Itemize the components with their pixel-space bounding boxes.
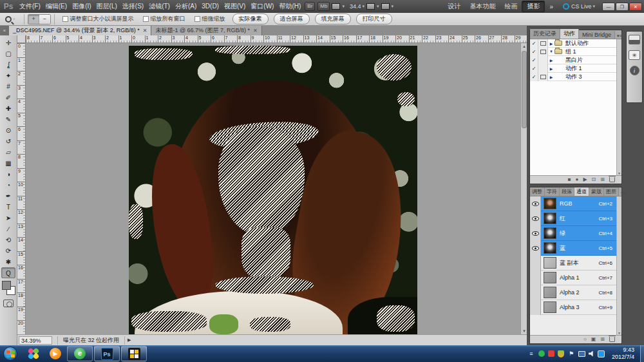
workspace-overflow-chevron[interactable]: »	[545, 3, 558, 11]
show-hidden-icons-button[interactable]: ≡	[527, 350, 535, 357]
blur-tool[interactable]: ◑	[1, 169, 15, 180]
modal-control-toggle[interactable]	[538, 56, 548, 64]
zoom-action-button[interactable]: 打印尺寸	[356, 14, 392, 24]
option-checkbox[interactable]: 缩放所有窗口	[143, 15, 185, 23]
channel-row-alpha3[interactable]: Alpha 3 Ctrl+9	[530, 300, 616, 315]
expand-arrow-icon[interactable]: ▶	[548, 66, 554, 71]
info-panel-icon[interactable]: i	[630, 66, 639, 75]
scrollbar-thumb[interactable]	[522, 51, 527, 128]
menu-item[interactable]: 图像(I)	[70, 0, 93, 13]
foreground-color-swatch[interactable]	[2, 281, 11, 290]
photo-canvas[interactable]	[129, 46, 417, 334]
modal-control-toggle[interactable]	[538, 39, 548, 48]
volume-icon[interactable]	[589, 351, 594, 357]
workspace-essentials[interactable]: 基本功能	[465, 1, 500, 12]
quick-mask-button[interactable]	[3, 300, 14, 307]
zoom-tool[interactable]: Q	[1, 267, 15, 278]
taskbar-browser-button[interactable]: e	[67, 346, 93, 361]
taskbar-pinned-media-icon[interactable]: ▶	[46, 346, 65, 361]
hand-tool[interactable]: ✱	[1, 256, 15, 267]
visibility-toggle[interactable]	[530, 285, 541, 300]
visibility-toggle[interactable]	[530, 256, 541, 271]
option-checkbox[interactable]: 调整窗口大小以满屏显示	[62, 15, 134, 23]
cs-live-button[interactable]: CS Live ▾	[563, 3, 596, 10]
taskbar-squares-app-button[interactable]	[121, 346, 147, 361]
action-set-default[interactable]: ✓ ▶ 默认动作	[530, 39, 616, 48]
stop-recording-button[interactable]: ■	[568, 176, 571, 183]
channel-row-alpha1[interactable]: Alpha 1 Ctrl+7	[530, 271, 616, 285]
modal-control-toggle[interactable]	[538, 64, 548, 73]
taskbar-photoshop-button[interactable]: Ps	[94, 346, 120, 361]
tab-scroll-icon[interactable]: «	[0, 26, 9, 35]
navigator-panel-icon[interactable]	[629, 35, 640, 44]
menu-item[interactable]: 滤镜(T)	[146, 0, 173, 13]
tab-paragraph[interactable]: 段落	[560, 187, 574, 196]
action-1[interactable]: ✓ ▶ 动作 1	[530, 64, 616, 73]
canvas-viewport[interactable]	[26, 43, 520, 334]
zoom-level-control[interactable]: 34.4	[350, 3, 361, 10]
dodge-tool[interactable]: ◔	[1, 180, 15, 191]
begin-recording-button[interactable]: ●	[576, 176, 579, 183]
load-selection-button[interactable]: ○	[583, 336, 587, 343]
brush-tool[interactable]: ✎	[1, 114, 15, 125]
taskbar-pinned-app-icon[interactable]	[24, 346, 43, 361]
tab-character[interactable]: 字符	[545, 187, 560, 196]
line-tool[interactable]: ∕	[1, 224, 15, 234]
lasso-tool[interactable]: ʆ	[1, 59, 15, 70]
panel-menu-icon[interactable]: ▾≡	[619, 191, 628, 196]
arrange-documents-icon[interactable]	[366, 3, 375, 10]
option-checkbox[interactable]: 细微缩放	[194, 15, 225, 23]
taskbar-clock[interactable]: 9:43 2012/7/4	[612, 347, 634, 361]
doc-tab-untitled1[interactable]: 未标题-1 @ 66.7% (图层 7, RGB/8) * ✕	[151, 26, 261, 35]
ruler-origin-corner[interactable]	[17, 35, 26, 43]
tab-actions[interactable]: 动作	[560, 29, 579, 39]
menu-item[interactable]: 窗口(W)	[248, 0, 276, 13]
screen-mode-icon[interactable]	[381, 3, 390, 10]
tray-security-shield-icon[interactable]	[558, 350, 564, 357]
menu-item[interactable]: 3D(D)	[199, 0, 222, 13]
show-desktop-button[interactable]	[640, 345, 644, 362]
path-selection-tool[interactable]: ➤	[1, 213, 15, 224]
toggle-item-on-check[interactable]: ✓	[530, 56, 538, 64]
pen-tool[interactable]: ✒	[1, 191, 15, 202]
modal-control-toggle[interactable]	[538, 48, 548, 56]
play-action-button[interactable]: ▶	[583, 176, 587, 183]
workspace-photography[interactable]: 摄影	[522, 1, 545, 12]
orbit-3d-tool[interactable]: ⟳	[1, 245, 15, 256]
expand-arrow-icon[interactable]: ▶	[548, 75, 554, 79]
toggle-item-on-check[interactable]: ✓	[530, 64, 538, 73]
zoom-action-button[interactable]: 实际像素	[232, 14, 269, 24]
quick-selection-tool[interactable]: ✦	[1, 70, 15, 81]
toggle-item-on-check[interactable]: ✓	[530, 39, 538, 48]
menu-item[interactable]: 编辑(E)	[43, 0, 70, 13]
input-method-icon[interactable]	[598, 350, 605, 357]
adjustments-panel-icon[interactable]: ✳	[629, 50, 640, 60]
view-extras-dropdown-icon[interactable]: ▾	[342, 4, 345, 9]
visibility-toggle[interactable]	[530, 300, 541, 315]
channel-row-alpha2[interactable]: Alpha 2 Ctrl+8	[530, 285, 616, 300]
status-zoom-input[interactable]: 34.39%	[19, 336, 52, 345]
new-channel-button[interactable]: ⊞	[600, 336, 605, 343]
move-tool[interactable]: ✛	[1, 37, 15, 48]
history-brush-tool[interactable]: ↺	[1, 136, 15, 147]
tab-channels[interactable]: 通道	[574, 187, 589, 196]
toggle-item-on-check[interactable]: ✓	[530, 73, 538, 81]
delete-action-button[interactable]	[609, 177, 615, 182]
tab-adjustments[interactable]: 调整	[530, 187, 545, 196]
new-action-button[interactable]: ⊞	[600, 176, 605, 183]
menu-item[interactable]: 视图(V)	[222, 0, 248, 13]
expand-arrow-icon[interactable]: ▶	[548, 58, 554, 62]
new-action-set-button[interactable]: ⊡	[592, 176, 596, 183]
delete-channel-button[interactable]	[609, 337, 615, 342]
vertical-ruler[interactable]: 01234567891011121314151617181920	[17, 43, 26, 334]
bridge-launch-button[interactable]: Br	[305, 2, 315, 11]
minimize-button[interactable]: —	[602, 3, 615, 11]
actions-scrollbar[interactable]: ▼	[616, 39, 621, 175]
menu-item[interactable]: 选择(S)	[120, 0, 146, 13]
save-selection-as-channel-button[interactable]: ▣	[591, 336, 596, 343]
eraser-tool[interactable]: ▱	[1, 147, 15, 158]
tray-red-app-icon[interactable]	[548, 350, 554, 357]
action-center-flag-icon[interactable]: ⚑	[567, 350, 575, 357]
healing-brush-tool[interactable]: ✚	[1, 103, 15, 114]
tab-layers[interactable]: 图层	[604, 187, 619, 196]
